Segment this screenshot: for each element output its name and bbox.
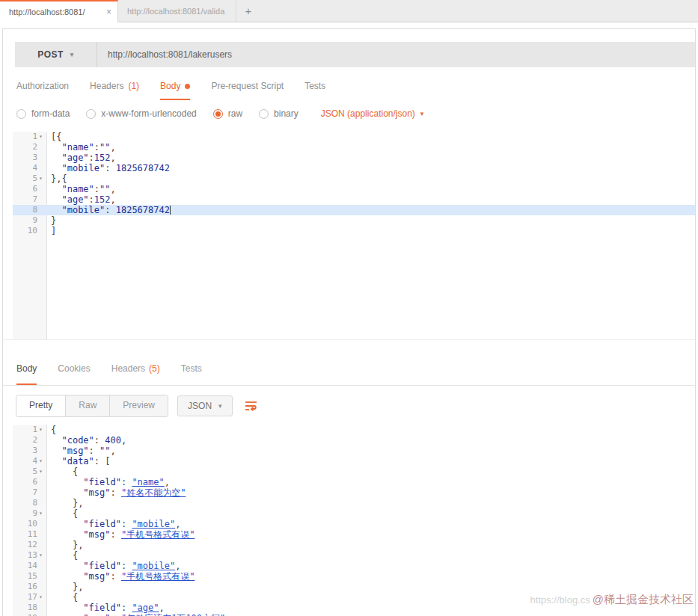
content-type-selector[interactable]: JSON (application/json) ▾ (321, 108, 424, 119)
code-text: "name":"", (47, 142, 116, 153)
code-line[interactable]: 14 "field": "mobile", (13, 561, 695, 571)
code-line[interactable]: 2 "name":"", (13, 142, 695, 153)
tab-cookies[interactable]: Cookies (58, 363, 90, 385)
format-selector[interactable]: JSON ▾ (177, 395, 233, 416)
tab-tests[interactable]: Tests (304, 72, 325, 100)
line-number: 12 (28, 540, 37, 550)
code-line[interactable]: 6 "name":"", (13, 184, 695, 194)
mode-binary[interactable]: binary (259, 108, 299, 119)
mode-raw[interactable]: raw (213, 108, 242, 119)
gutter-cell: 4 (13, 163, 47, 173)
tab-label: Headers (111, 363, 145, 374)
tab-label: Tests (181, 363, 202, 374)
fold-arrow-icon[interactable]: ▾ (37, 550, 47, 561)
code-line[interactable]: 1▾{ (13, 425, 695, 435)
close-tab-icon[interactable]: × (106, 7, 111, 17)
line-number: 3 (32, 153, 37, 163)
code-line[interactable]: 7 "msg": "姓名不能为空" (13, 487, 695, 498)
body-mode-row: form-data x-www-form-urlencoded raw bina… (3, 100, 695, 127)
code-line[interactable]: 6 "field": "name", (13, 477, 695, 487)
code-line[interactable]: 4▾ "data": [ (13, 456, 695, 466)
code-text: "msg": "姓名不能为空" (47, 487, 186, 498)
code-line[interactable]: 13▾ { (13, 550, 695, 561)
fold-arrow-icon[interactable]: ▾ (37, 466, 47, 477)
response-panel: Body Cookies Headers (5) Tests Pretty Ra… (3, 339, 695, 616)
line-number: 5 (32, 466, 37, 477)
gutter-cell: 11 (13, 529, 47, 540)
code-line[interactable]: 9▾ { (13, 508, 695, 519)
gutter-cell: 5▾ (13, 173, 47, 184)
code-line[interactable]: 8 "mobile": 1825678742 (13, 205, 695, 215)
code-line[interactable]: 16 }, (13, 582, 695, 592)
tab-body[interactable]: Body (160, 72, 190, 100)
code-line[interactable]: 1▾[{ (13, 132, 695, 142)
tab-authorization[interactable]: Authorization (16, 72, 69, 100)
tab-response-body[interactable]: Body (16, 363, 37, 385)
tab-response-tests[interactable]: Tests (181, 363, 202, 385)
preview-button[interactable]: Preview (110, 395, 168, 416)
fold-arrow-icon[interactable]: ▾ (37, 132, 47, 142)
code-line[interactable]: 2 "code": 400, (13, 435, 695, 446)
format-label: JSON (188, 401, 212, 411)
mode-x-www-form-urlencoded[interactable]: x-www-form-urlencoded (86, 108, 196, 119)
code-line[interactable]: 12 }, (13, 540, 695, 550)
code-text: { (47, 466, 78, 477)
code-text: ] (47, 226, 56, 236)
code-line[interactable]: 5▾ { (13, 466, 695, 477)
code-line[interactable]: 4 "mobile": 1825678742 (13, 163, 695, 173)
code-line[interactable]: 10] (13, 226, 695, 236)
code-line[interactable]: 15 "msg": "手机号格式有误" (13, 571, 695, 582)
code-line[interactable]: 17▾ { (13, 592, 695, 603)
code-line[interactable]: 5▾},{ (13, 173, 695, 184)
tab-headers[interactable]: Headers (1) (90, 72, 139, 100)
url-input[interactable]: http://localhost:8081/lakerusers (97, 42, 695, 67)
line-number: 1 (32, 425, 37, 435)
code-text: } (47, 215, 56, 226)
code-text: "msg": "手机号格式有误" (47, 571, 195, 582)
code-line[interactable]: 9} (13, 215, 695, 226)
fold-arrow-icon[interactable]: ▾ (37, 508, 47, 519)
gutter-cell: 19 (13, 613, 47, 616)
request-tab-1[interactable]: http://localhost:8081/ × (0, 0, 118, 22)
code-text: }, (47, 498, 83, 508)
radio-icon[interactable] (259, 109, 269, 119)
url-value: http://localhost:8081/lakerusers (108, 49, 232, 60)
fold-arrow-icon[interactable]: ▾ (37, 456, 47, 466)
response-tabs: Body Cookies Headers (5) Tests (3, 339, 695, 386)
pretty-button[interactable]: Pretty (16, 395, 66, 416)
response-body-editor[interactable]: 1▾{2 "code": 400,3 "msg": "",4▾ "data": … (13, 425, 695, 616)
code-line[interactable]: 8 }, (13, 498, 695, 508)
main-panel: POST ▾ http://localhost:8081/lakerusers … (2, 28, 696, 616)
code-line[interactable]: 11 "msg": "手机号格式有误" (13, 529, 695, 540)
gutter-cell: 8 (13, 498, 47, 508)
code-line[interactable]: 10 "field": "mobile", (13, 519, 695, 529)
fold-arrow-icon[interactable]: ▾ (37, 592, 47, 603)
request-tab-2[interactable]: http://localhost:8081/valida (118, 0, 236, 22)
radio-icon[interactable] (16, 109, 26, 119)
fold-arrow-icon[interactable]: ▾ (37, 173, 47, 184)
code-line[interactable]: 7 "age":152, (13, 194, 695, 205)
code-line[interactable]: 18 "field": "age", (13, 603, 695, 613)
raw-button[interactable]: Raw (66, 395, 110, 416)
mode-label: raw (228, 108, 242, 119)
method-label: POST (37, 49, 64, 60)
code-line[interactable]: 19 "msg": "年龄应该在1至100之间" (13, 613, 695, 616)
view-mode-group: Pretty Raw Preview (16, 395, 168, 417)
gutter-cell: 12 (13, 540, 47, 550)
radio-icon[interactable] (86, 109, 96, 119)
mode-form-data[interactable]: form-data (16, 108, 70, 119)
radio-selected-icon[interactable] (213, 109, 223, 119)
new-tab-button[interactable]: + (236, 0, 260, 22)
wrap-lines-icon[interactable] (244, 399, 259, 413)
fold-arrow-icon[interactable]: ▾ (37, 425, 47, 435)
tab-label: Authorization (16, 81, 69, 91)
request-body-editor[interactable]: 1▾[{2 "name":"",3 "age":152,4 "mobile": … (13, 132, 695, 339)
tab-pre-request-script[interactable]: Pre-request Script (211, 72, 284, 100)
code-line[interactable]: 3 "age":152, (13, 153, 695, 163)
code-text: { (47, 592, 78, 603)
gutter-cell: 5▾ (13, 466, 47, 477)
code-line[interactable]: 3 "msg": "", (13, 446, 695, 456)
method-selector[interactable]: POST ▾ (15, 42, 97, 67)
tab-response-headers[interactable]: Headers (5) (111, 363, 160, 385)
code-text: "msg": "", (47, 446, 116, 456)
